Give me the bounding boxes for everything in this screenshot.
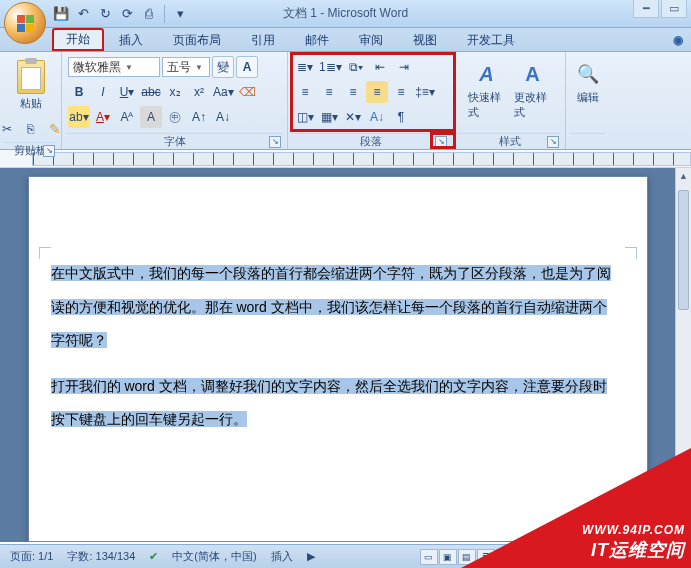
text-line-5: 按下键盘上的回车键另起一行。 (51, 411, 247, 427)
clear-formatting-button[interactable]: ⌫ (237, 81, 259, 103)
text-line-4: 打开我们的 word 文档，调整好我们的文字内容，然后全选我们的文字内容，注意要… (51, 378, 607, 394)
asian-layout-button[interactable]: ✕▾ (342, 106, 364, 128)
character-shading-button[interactable]: A (140, 106, 162, 128)
align-right-button[interactable]: ≡ (342, 81, 364, 103)
status-word-count[interactable]: 字数: 134/134 (67, 549, 135, 564)
subscript-button[interactable]: x₂ (164, 81, 186, 103)
group-editing: 🔍 编辑 (566, 52, 610, 149)
numbering-button[interactable]: 1≣▾ (318, 56, 343, 78)
group-clipboard: 粘贴 ✂ ⎘ ✎ 剪贴板 ↘ (0, 52, 62, 149)
increase-indent-button[interactable]: ⇥ (393, 56, 415, 78)
refresh-icon[interactable]: ⟳ (118, 5, 136, 23)
paste-button[interactable]: 粘贴 (10, 56, 52, 115)
text-line-3: 字符呢？ (51, 332, 107, 348)
office-button[interactable] (4, 2, 46, 44)
underline-button[interactable]: U▾ (116, 81, 138, 103)
minimize-button[interactable]: ━ (633, 0, 659, 18)
font-launcher[interactable]: ↘ (269, 136, 281, 148)
undo-icon[interactable]: ↶ (74, 5, 92, 23)
status-page[interactable]: 页面: 1/1 (10, 549, 53, 564)
quick-styles-icon: A (473, 60, 501, 88)
group-paragraph: ≣▾ 1≣▾ ⧉▾ ⇤ ⇥ ≡ ≡ ≡ ≡ ≡ ‡≡▾ ◫▾ ▦▾ (288, 52, 454, 149)
character-border-button[interactable]: A (236, 56, 258, 78)
strikethrough-button[interactable]: abc (140, 81, 162, 103)
change-styles-button[interactable]: A 更改样式 (512, 56, 554, 124)
proofing-icon[interactable]: ✔ (149, 550, 158, 563)
tab-home[interactable]: 开始 (52, 28, 104, 51)
superscript-button[interactable]: x² (188, 81, 210, 103)
quick-access-toolbar: 💾 ↶ ↻ ⟳ ⎙ ▾ (52, 5, 189, 23)
clipboard-launcher[interactable]: ↘ (43, 145, 55, 157)
justify-button[interactable]: ≡ (366, 81, 388, 103)
scroll-thumb[interactable] (678, 190, 689, 310)
borders-button[interactable]: ▦▾ (318, 106, 340, 128)
print-layout-view[interactable]: ▭ (420, 549, 438, 565)
qat-customize-icon[interactable]: ▾ (171, 5, 189, 23)
font-color-button[interactable]: A▾ (92, 106, 114, 128)
ruler-scale (32, 152, 691, 166)
sort-button[interactable]: A↓ (366, 106, 388, 128)
font-shrink-button[interactable]: A↓ (212, 106, 234, 128)
paragraph-launcher[interactable]: ↘ (435, 136, 447, 148)
print-icon[interactable]: ⎙ (140, 5, 158, 23)
quick-styles-button[interactable]: A 快速样式 (466, 56, 508, 124)
status-language[interactable]: 中文(简体，中国) (172, 549, 256, 564)
title-bar: 💾 ↶ ↻ ⟳ ⎙ ▾ 文档 1 - Microsoft Word ━ ▭ (0, 0, 691, 28)
watermark-url: WWW.94IP.COM (582, 523, 685, 539)
font-grow-button[interactable]: A↑ (188, 106, 210, 128)
align-center-button[interactable]: ≡ (318, 81, 340, 103)
ribbon-tabs: 开始 插入 页面布局 引用 邮件 审阅 视图 开发工具 ◉ (0, 28, 691, 52)
bold-button[interactable]: B (68, 81, 90, 103)
margin-corner-top-right (625, 247, 637, 259)
group-styles: A 快速样式 A 更改样式 样式 ↘ (454, 52, 566, 149)
shading-button[interactable]: ◫▾ (294, 106, 316, 128)
tab-mailings[interactable]: 邮件 (290, 28, 344, 51)
paragraph-1[interactable]: 在中文版式中，我们的每一个段落的首行都会缩进两个字符，既为了区分段落，也是为了阅… (51, 257, 625, 358)
status-insert-mode[interactable]: 插入 (271, 549, 293, 564)
italic-button[interactable]: I (92, 81, 114, 103)
paste-label: 粘贴 (20, 96, 42, 111)
text-line-1: 在中文版式中，我们的每一个段落的首行都会缩进两个字符，既为了区分段落，也是为了阅 (51, 265, 611, 281)
styles-launcher[interactable]: ↘ (547, 136, 559, 148)
decrease-indent-button[interactable]: ⇤ (369, 56, 391, 78)
group-clipboard-title: 剪贴板 ↘ (4, 142, 57, 158)
multilevel-list-button[interactable]: ⧉▾ (345, 56, 367, 78)
bullets-button[interactable]: ≣▾ (294, 56, 316, 78)
tab-view[interactable]: 视图 (398, 28, 452, 51)
redo-icon[interactable]: ↻ (96, 5, 114, 23)
macro-record-icon[interactable]: ▶ (307, 550, 315, 563)
full-screen-view[interactable]: ▣ (439, 549, 457, 565)
grow-font-button[interactable]: Aᴬ (116, 106, 138, 128)
font-size-combo[interactable]: 五号▼ (162, 57, 210, 77)
scroll-up-arrow[interactable]: ▲ (676, 168, 691, 184)
tab-page-layout[interactable]: 页面布局 (158, 28, 236, 51)
horizontal-ruler[interactable] (0, 150, 691, 168)
maximize-button[interactable]: ▭ (661, 0, 687, 18)
copy-button[interactable]: ⎘ (20, 118, 42, 140)
paragraph-2[interactable]: 打开我们的 word 文档，调整好我们的文字内容，然后全选我们的文字内容，注意要… (51, 370, 625, 437)
font-name-combo[interactable]: 微软雅黑▼ (68, 57, 160, 77)
enclose-characters-button[interactable]: ㊥ (164, 106, 186, 128)
window-controls: ━ ▭ (633, 0, 687, 18)
show-marks-button[interactable]: ¶ (390, 106, 412, 128)
margin-corner-top-left (39, 247, 51, 259)
save-icon[interactable]: 💾 (52, 5, 70, 23)
change-case-button[interactable]: Aa▾ (212, 81, 235, 103)
find-button[interactable]: 🔍 编辑 (572, 56, 604, 109)
paste-icon (17, 60, 45, 94)
tab-insert[interactable]: 插入 (104, 28, 158, 51)
distributed-button[interactable]: ≡ (390, 81, 412, 103)
tab-review[interactable]: 审阅 (344, 28, 398, 51)
highlight-button[interactable]: ab▾ (68, 106, 90, 128)
line-spacing-button[interactable]: ‡≡▾ (414, 81, 436, 103)
phonetic-guide-button[interactable]: 變 (212, 56, 234, 78)
tab-references[interactable]: 引用 (236, 28, 290, 51)
cut-button[interactable]: ✂ (0, 118, 18, 140)
change-styles-icon: A (519, 60, 547, 88)
help-icon[interactable]: ◉ (673, 28, 683, 51)
align-left-button[interactable]: ≡ (294, 81, 316, 103)
watermark-text: WWW.94IP.COM IT运维空间 (582, 523, 685, 562)
group-font: 微软雅黑▼ 五号▼ 變 A B I U▾ abc x₂ x² Aa▾ ⌫ (62, 52, 288, 149)
watermark-brand: IT运维空间 (591, 540, 685, 560)
tab-developer[interactable]: 开发工具 (452, 28, 530, 51)
